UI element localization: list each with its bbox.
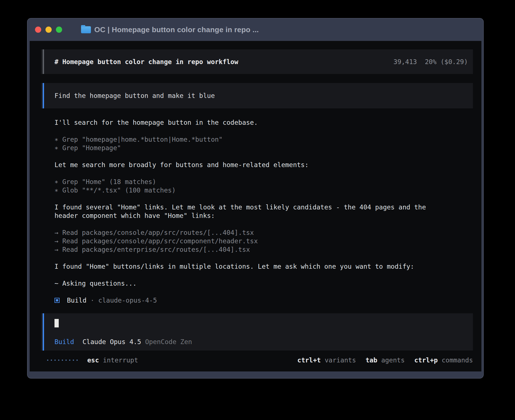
esc-key: esc <box>87 356 99 364</box>
spinner-dot <box>54 360 56 361</box>
assistant-text-line: ~ Asking questions... <box>54 279 473 288</box>
minimize-button[interactable] <box>45 27 52 33</box>
agent-label: Build <box>54 338 74 345</box>
agent-square-icon <box>54 298 60 303</box>
model-row: Build Claude Opus 4.5 OpenCode Zen <box>54 338 192 345</box>
tool-call-line: ∗ Grep "Home" (18 matches) <box>54 178 473 186</box>
close-button[interactable] <box>35 27 41 33</box>
user-message-accent-bar <box>43 83 44 108</box>
blank-line <box>54 127 473 135</box>
window-title: OC | Homepage button color change in rep… <box>94 25 259 34</box>
zoom-button[interactable] <box>56 27 62 33</box>
spinner-dot <box>47 360 48 361</box>
folder-icon <box>81 26 91 33</box>
session-title: # Homepage button color change in repo w… <box>54 58 238 65</box>
shortcut-agents: tab agents <box>366 356 405 364</box>
assistant-text-line: I'll search for the homepage button in t… <box>54 118 473 127</box>
agent-name: Build <box>67 296 86 305</box>
spinner-dot <box>73 360 74 361</box>
model-label: Claude Opus 4.5 <box>82 338 141 345</box>
spinner-dot <box>66 360 67 361</box>
provider-label: OpenCode Zen <box>145 338 192 345</box>
user-message: Find the homepage button and make it blu… <box>41 83 473 108</box>
window-controls <box>35 27 62 33</box>
tool-call-line: ∗ Grep "Homepage" <box>54 144 473 152</box>
prompt-input[interactable]: Build Claude Opus 4.5 OpenCode Zen <box>41 313 473 351</box>
esc-label: interrupt <box>103 356 138 364</box>
assistant-text-line: header component which have "Home" links… <box>54 211 473 220</box>
tool-call-line: → Read packages/console/app/src/routes/[… <box>54 228 473 237</box>
spinner-dot <box>58 360 59 361</box>
agent-model: claude-opus-4-5 <box>98 296 157 305</box>
window-titlebar[interactable]: OC | Homepage button color change in rep… <box>27 18 483 41</box>
assistant-text-line: I found several "Home" links. Let me loo… <box>54 203 473 211</box>
tool-call-line: ∗ Glob "**/*.tsx" (100 matches) <box>54 186 473 194</box>
spinner-dots-icon <box>47 360 78 361</box>
blank-line <box>54 194 473 203</box>
terminal-window: OC | Homepage button color change in rep… <box>27 18 484 379</box>
assistant-text-line: I found "Home" buttons/links in multiple… <box>54 262 473 271</box>
prompt-input-accent-bar <box>43 313 44 351</box>
blank-line <box>54 220 473 228</box>
blank-line <box>54 152 473 161</box>
tool-call-line: → Read packages/console/app/src/componen… <box>54 237 473 245</box>
spinner-dot <box>77 360 78 361</box>
tool-call-line: → Read packages/enterprise/src/routes/[.… <box>54 245 473 254</box>
esc-hint: esc interrupt <box>87 356 138 364</box>
spinner-dot <box>62 360 63 361</box>
shortcut-variants: ctrl+t variants <box>297 356 356 364</box>
spinner-dot <box>51 360 52 361</box>
shortcut-commands: ctrl+p commands <box>414 356 473 364</box>
blank-line <box>54 271 473 279</box>
context-usage: 20% ($0.29) <box>425 58 468 65</box>
user-message-text: Find the homepage button and make it blu… <box>54 92 215 99</box>
blank-line <box>54 254 473 262</box>
blank-line <box>54 169 473 178</box>
assistant-text-line: Let me search more broadly for buttons a… <box>54 161 473 169</box>
separator-dot: · <box>90 296 94 305</box>
tool-call-line: ∗ Grep "homepage|home.*button|Home.*butt… <box>54 135 473 144</box>
status-bar: esc interrupt ctrl+t variants tab agents… <box>41 355 473 365</box>
shortcut-hints: ctrl+t variants tab agents ctrl+p comman… <box>297 356 473 364</box>
session-header: # Homepage button color change in repo w… <box>41 49 473 74</box>
terminal-content: # Homepage button color change in repo w… <box>30 41 481 371</box>
assistant-transcript: I'll search for the homepage button in t… <box>54 118 473 305</box>
token-count: 39,413 <box>394 58 417 65</box>
agent-status-line: Build·claude-opus-4-5 <box>54 296 473 305</box>
spinner-dot <box>69 360 70 361</box>
session-stats: 39,413 20% ($0.29) <box>394 58 468 65</box>
blank-line <box>54 288 473 296</box>
text-cursor <box>54 319 59 327</box>
session-header-accent-bar <box>43 49 44 74</box>
